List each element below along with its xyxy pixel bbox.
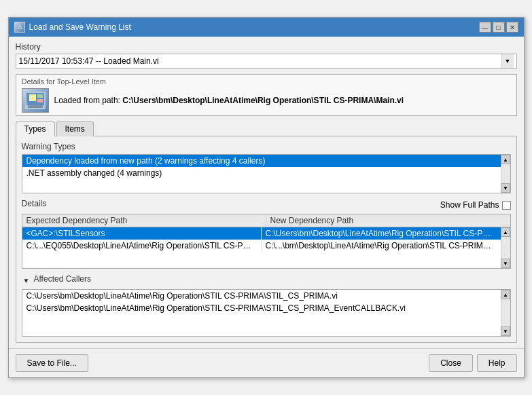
table-header-new: New Dependency Path xyxy=(266,214,510,227)
warning-types-label: Warning Types xyxy=(22,142,511,151)
tab-items[interactable]: Items xyxy=(56,121,94,136)
details-toplevel-label: Details for Top-Level Item xyxy=(22,77,511,86)
table-row-empty xyxy=(22,252,501,265)
scroll-track xyxy=(501,164,510,183)
show-full-paths-checkbox[interactable] xyxy=(502,201,511,210)
scroll-down-btn[interactable]: ▼ xyxy=(501,326,510,336)
window-icon-inner: ⚠ xyxy=(15,22,24,32)
warning-types-list-inner: Dependency loaded from new path (2 warni… xyxy=(22,155,501,179)
details-table[interactable]: <GAC>:\STILSensors C:\Users\bm\Desktop\L… xyxy=(22,227,511,269)
window-title: Load and Save Warning List xyxy=(29,22,131,32)
details-toplevel-path: Loaded from path: C:\Users\bm\Desktop\Li… xyxy=(54,96,404,105)
affected-section: ▼ Affected Callers C:\Users\bm\Desktop\L… xyxy=(22,274,511,337)
details-toplevel-content: Loaded from path: C:\Users\bm\Desktop\Li… xyxy=(22,88,511,113)
save-to-file-button[interactable]: Save to File... xyxy=(16,354,88,372)
affected-callers-scrollbar: ▲ ▼ xyxy=(501,290,510,336)
affected-callers-inner: C:\Users\bm\Desktop\LineAtAtime\Rig Oper… xyxy=(22,290,501,328)
main-content: History 15/11/2017 10:53:47 -- Loaded Ma… xyxy=(9,37,524,348)
details-label: Details xyxy=(22,199,47,208)
table-header-expected: Expected Dependency Path xyxy=(22,214,266,227)
svg-rect-4 xyxy=(37,94,43,98)
scroll-track xyxy=(501,299,510,326)
bottom-bar: Save to File... Close Help xyxy=(9,348,524,377)
scroll-up-btn[interactable]: ▲ xyxy=(501,227,510,237)
scroll-down-btn[interactable]: ▼ xyxy=(501,259,510,268)
history-dropdown-arrow: ▼ xyxy=(501,54,514,68)
table-rows-container: <GAC>:\STILSensors C:\Users\bm\Desktop\L… xyxy=(22,227,501,265)
scroll-track xyxy=(501,237,510,259)
list-item[interactable]: C:\Users\bm\Desktop\LineAtAtime\Rig Oper… xyxy=(22,302,501,314)
table-header: Expected Dependency Path New Dependency … xyxy=(22,214,511,227)
history-row: 15/11/2017 10:53:47 -- Loaded Main.vi ▼ xyxy=(16,54,517,69)
affected-header: ▼ Affected Callers xyxy=(22,274,511,286)
table-cell-new: C:\Users\bm\Desktop\LineAtAtime\Rig Oper… xyxy=(262,227,501,240)
help-button[interactable]: Help xyxy=(477,354,517,372)
details-table-scrollbar: ▲ ▼ xyxy=(501,227,510,268)
vi-icon xyxy=(22,88,49,113)
table-cell-new: C:\...\bm\Desktop\LineAtAtime\Rig Operat… xyxy=(262,240,501,252)
close-button[interactable]: Close xyxy=(429,354,473,372)
vi-icon-inner xyxy=(22,89,48,112)
loaded-from-path: C:\Users\bm\Desktop\LineAtAtime\Rig Oper… xyxy=(122,96,404,105)
table-cell-expected: <GAC>:\STILSensors xyxy=(22,227,262,240)
warning-types-scrollbar: ▲ ▼ xyxy=(501,155,510,193)
scroll-up-btn[interactable]: ▲ xyxy=(501,290,510,299)
maximize-button[interactable]: □ xyxy=(493,22,505,33)
details-header: Details Show Full Paths xyxy=(22,199,511,211)
affected-callers-label: Affected Callers xyxy=(34,274,92,284)
list-item[interactable]: C:\Users\bm\Desktop\LineAtAtime\Rig Oper… xyxy=(22,290,501,302)
loaded-from-label: Loaded from path: xyxy=(54,96,120,105)
tab-bar: Types Items xyxy=(16,121,517,136)
table-row[interactable]: <GAC>:\STILSensors C:\Users\bm\Desktop\L… xyxy=(22,227,501,240)
show-full-paths-container: Show Full Paths xyxy=(440,200,511,210)
titlebar-left: ⚠ Load and Save Warning List xyxy=(14,22,131,33)
list-empty-space xyxy=(22,314,501,328)
tab-content: Warning Types Dependency loaded from new… xyxy=(16,136,517,343)
history-dropdown[interactable]: 15/11/2017 10:53:47 -- Loaded Main.vi ▼ xyxy=(16,54,517,69)
table-cell-expected: C:\...\EQ055\Desktop\LineAtAtime\Rig Ope… xyxy=(22,240,262,252)
scroll-up-btn[interactable]: ▲ xyxy=(501,155,510,164)
svg-rect-3 xyxy=(29,94,36,101)
list-item[interactable]: Dependency loaded from new path (2 warni… xyxy=(22,155,501,167)
titlebar-controls: — □ ✕ xyxy=(479,22,518,33)
collapse-arrow-icon[interactable]: ▼ xyxy=(22,276,31,285)
history-label: History xyxy=(16,42,517,52)
history-dropdown-value: 15/11/2017 10:53:47 -- Loaded Main.vi xyxy=(19,56,159,66)
titlebar: ⚠ Load and Save Warning List — □ ✕ xyxy=(9,18,524,37)
right-buttons: Close Help xyxy=(429,354,516,372)
scroll-down-btn[interactable]: ▼ xyxy=(501,183,510,193)
affected-callers-list[interactable]: C:\Users\bm\Desktop\LineAtAtime\Rig Oper… xyxy=(22,289,511,337)
svg-rect-5 xyxy=(37,99,43,102)
table-row[interactable]: C:\...\EQ055\Desktop\LineAtAtime\Rig Ope… xyxy=(22,240,501,252)
warning-types-list[interactable]: Dependency loaded from new path (2 warni… xyxy=(22,154,511,193)
svg-rect-2 xyxy=(28,105,43,108)
close-window-button[interactable]: ✕ xyxy=(506,22,518,33)
details-toplevel-box: Details for Top-Level Item xyxy=(16,74,517,116)
minimize-button[interactable]: — xyxy=(479,22,491,33)
list-item[interactable]: .NET assembly changed (4 warnings) xyxy=(22,167,501,179)
tab-types[interactable]: Types xyxy=(16,121,55,136)
window-icon: ⚠ xyxy=(14,22,25,33)
main-window: ⚠ Load and Save Warning List — □ ✕ Histo… xyxy=(8,17,525,378)
show-full-paths-label: Show Full Paths xyxy=(440,200,499,210)
